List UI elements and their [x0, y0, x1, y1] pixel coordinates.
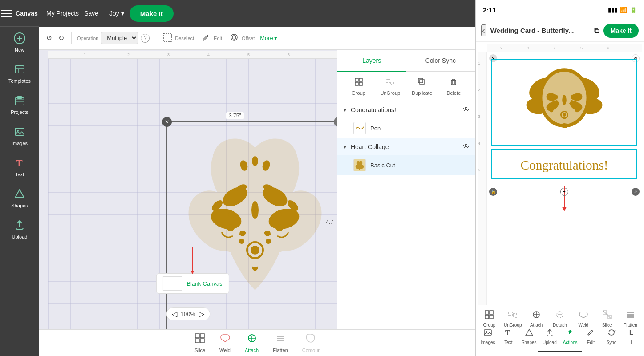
mobile-copy-button[interactable]: ⧉: [594, 27, 599, 35]
sidebar-item-label-text: Text: [15, 172, 24, 177]
mobile-tool-ungroup[interactable]: UnGroup: [503, 310, 523, 328]
sidebar-item-projects[interactable]: Projects: [0, 89, 39, 120]
mobile-tool-edit[interactable]: Edit: [581, 328, 601, 345]
layer-item-basic-cut[interactable]: Basic Cut: [337, 155, 475, 175]
blank-canvas-label: Blank Canvas: [186, 280, 222, 287]
my-projects-button[interactable]: My Projects: [46, 10, 79, 17]
mobile-tool-slice[interactable]: Slice: [597, 310, 617, 328]
offset-button[interactable]: [227, 31, 241, 45]
mobile-lock-handle[interactable]: 🔒: [489, 188, 497, 196]
bottom-tool-flatten[interactable]: Flatten: [273, 333, 288, 353]
mobile-images-icon: [484, 328, 492, 339]
mobile-tool-weld[interactable]: Weld: [573, 310, 593, 328]
layer-group-header-heart[interactable]: ▼ Heart Collage 👁: [337, 138, 475, 155]
svg-point-67: [575, 109, 579, 113]
delete-label: Delete: [446, 90, 461, 96]
flatten-icon: [275, 333, 286, 346]
mobile-group-icon: [485, 310, 494, 321]
operation-select[interactable]: Multiple: [101, 32, 138, 44]
mobile-tool-group[interactable]: Group: [479, 310, 499, 328]
help-button[interactable]: ?: [141, 34, 150, 43]
tab-layers[interactable]: Layers: [337, 50, 406, 72]
svg-rect-83: [627, 312, 634, 313]
duplicate-action[interactable]: Duplicate: [406, 76, 438, 97]
selection-handle-tl[interactable]: ✕: [162, 117, 172, 127]
left-nav: Canvas New Templates Projects Images T T…: [0, 0, 39, 356]
delete-action[interactable]: Delete: [438, 76, 470, 97]
chevron-down-icon: ▾: [121, 10, 124, 17]
mobile-time: 2:11: [483, 6, 496, 14]
nav-header[interactable]: Canvas: [0, 0, 39, 27]
ungroup-action[interactable]: UnGroup: [374, 76, 406, 97]
mobile-transform-handle[interactable]: ✦: [560, 188, 568, 196]
cut-thumbnail: [353, 159, 366, 171]
mobile-tool-text[interactable]: T Text: [498, 328, 518, 345]
svg-rect-55: [277, 338, 284, 339]
layer-item-label-basic-cut: Basic Cut: [370, 162, 395, 169]
mobile-tool-actions[interactable]: Actions: [560, 328, 580, 345]
svg-rect-44: [451, 80, 456, 85]
attach-label: Attach: [245, 348, 259, 353]
mobile-tool-flatten[interactable]: Flatten: [620, 310, 640, 328]
redo-button[interactable]: ↻: [57, 32, 66, 44]
zoom-out-button[interactable]: ◁: [172, 310, 177, 318]
make-it-button[interactable]: Make It: [130, 5, 174, 22]
hamburger-icon[interactable]: [1, 10, 12, 17]
mobile-tool-images[interactable]: Images: [478, 328, 498, 345]
user-menu-button[interactable]: Joy ▾: [109, 10, 124, 17]
mobile-canvas-preview[interactable]: 2 3 4 5 6 1 2 3 4 5 ✕ ↻: [478, 44, 642, 305]
user-name: Joy: [109, 10, 119, 17]
mobile-tool-upload[interactable]: Upload: [539, 328, 559, 345]
sidebar-item-templates[interactable]: Templates: [0, 58, 39, 89]
layer-item-pen[interactable]: Pen: [337, 118, 475, 138]
mobile-card-bottom: Congratulations!: [491, 149, 637, 179]
undo-button[interactable]: ↺: [45, 32, 54, 44]
mobile-tool-attach[interactable]: Attach: [527, 310, 547, 328]
group-action[interactable]: Group: [343, 76, 374, 97]
mobile-tool-sync[interactable]: Sync: [601, 328, 621, 345]
mobile-status-icons: ▮▮▮ 📶 🔋: [608, 7, 637, 13]
save-button[interactable]: Save: [84, 10, 98, 17]
triangle-icon-heart: ▼: [343, 145, 347, 150]
mobile-tool-shapes[interactable]: Shapes: [519, 328, 539, 345]
duplicate-icon: [417, 77, 426, 89]
svg-marker-89: [526, 329, 533, 336]
pen-thumbnail: [353, 122, 366, 134]
mobile-actions-icon: [566, 328, 574, 339]
sidebar-item-label-upload: Upload: [12, 234, 28, 239]
tab-color-sync[interactable]: Color Sync: [406, 50, 475, 72]
svg-rect-3: [15, 66, 24, 73]
bottom-tool-contour: Contour: [302, 333, 320, 353]
bottom-tool-weld[interactable]: Weld: [219, 333, 231, 353]
sidebar-item-new[interactable]: New: [0, 27, 39, 58]
deselect-button[interactable]: [161, 31, 174, 45]
mobile-scale-handle[interactable]: ↗: [632, 188, 640, 196]
contour-icon: [305, 333, 316, 346]
mobile-back-button[interactable]: ‹: [481, 24, 486, 36]
mobile-nav-bar: ‹ Wedding Card - Butterfly... ⧉ Make It: [476, 20, 644, 42]
mobile-ungroup-label: UnGroup: [504, 323, 522, 328]
zoom-in-button[interactable]: ▷: [199, 310, 204, 318]
more-button[interactable]: More ▾: [260, 35, 277, 41]
bottom-tool-attach[interactable]: Attach: [245, 333, 259, 353]
eye-button-heart[interactable]: 👁: [462, 143, 470, 151]
canvas-wrapper: 1 2 3 4 5 6 ✕ ↻ 🔒 ↗ 3.75": [39, 50, 475, 329]
bottom-tool-slice[interactable]: Slice: [194, 333, 205, 353]
mobile-upload-label: Upload: [543, 340, 557, 345]
sidebar-item-shapes[interactable]: Shapes: [0, 182, 39, 214]
layer-group-header-congratulations[interactable]: ▼ Congratulations! 👁: [337, 101, 475, 118]
sidebar-item-text[interactable]: T Text: [0, 151, 39, 182]
layers-list: ▼ Congratulations! 👁 Pen ▼: [337, 101, 475, 329]
canvas-area[interactable]: 1 2 3 4 5 6 ✕ ↻ 🔒 ↗ 3.75": [39, 50, 337, 329]
eye-button-congratulations[interactable]: 👁: [462, 106, 470, 114]
sidebar-item-images[interactable]: Images: [0, 120, 39, 151]
edit-group: Edit: [199, 31, 222, 45]
mobile-detach-label: Detach: [553, 323, 567, 328]
sidebar-item-upload[interactable]: Upload: [0, 214, 39, 245]
zoom-control[interactable]: ◁ 100% ▷: [166, 307, 210, 320]
mobile-make-it-button[interactable]: Make It: [603, 24, 639, 38]
mobile-tool-l[interactable]: L L: [622, 328, 642, 345]
mobile-tool-detach[interactable]: Detach: [550, 310, 570, 328]
edit-button[interactable]: [199, 31, 213, 45]
svg-text:Congratulations!: Congratulations!: [520, 158, 608, 172]
